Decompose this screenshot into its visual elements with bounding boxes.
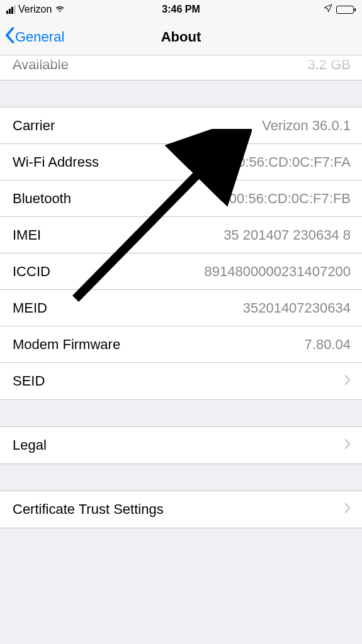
row-label: IMEI: [13, 227, 41, 243]
row-value: Verizon 36.0.1: [262, 118, 351, 134]
row-value: 7.80.04: [305, 336, 351, 353]
chevron-right-icon: [344, 501, 351, 518]
device-info-group: CarrierVerizon 36.0.1Wi-Fi Address00:56:…: [0, 107, 362, 400]
row-certificate-trust-settings[interactable]: Certificate Trust Settings: [0, 491, 362, 528]
page-title: About: [161, 29, 201, 45]
cellular-signal-icon: [6, 5, 16, 14]
row-carrier: CarrierVerizon 36.0.1: [0, 108, 362, 144]
chevron-left-icon: [4, 26, 15, 48]
row-meid: MEID35201407230634: [0, 290, 362, 326]
row-label: Certificate Trust Settings: [13, 501, 164, 518]
back-label: General: [15, 29, 64, 45]
row-available: Available 3.2 GB: [0, 55, 362, 80]
navigation-bar: General About: [0, 19, 362, 55]
row-iccid: ICCID8914800000231407200: [0, 253, 362, 290]
row-legal[interactable]: Legal: [0, 427, 362, 464]
status-bar: Verizon 3:46 PM: [0, 0, 362, 19]
row-label: MEID: [13, 300, 47, 316]
status-left: Verizon: [6, 3, 65, 16]
row-value: 35 201407 230634 8: [223, 227, 351, 243]
row-value: 00:56:CD:0C:F7:FB: [229, 191, 351, 207]
status-time: 3:46 PM: [162, 4, 200, 15]
row-label: Legal: [13, 437, 47, 453]
row-value: 00:56:CD:0C:F7:FA: [230, 154, 351, 170]
row-label: Bluetooth: [13, 191, 71, 207]
legal-group: Legal: [0, 426, 362, 464]
row-label: Modem Firmware: [13, 336, 120, 353]
location-icon: [323, 3, 333, 16]
row-bluetooth: Bluetooth00:56:CD:0C:F7:FB: [0, 180, 362, 217]
row-modem-firmware: Modem Firmware7.80.04: [0, 326, 362, 363]
content-scroll[interactable]: Available 3.2 GB CarrierVerizon 36.0.1Wi…: [0, 55, 362, 528]
row-label: Available: [13, 57, 69, 73]
row-label: Carrier: [13, 118, 55, 134]
battery-icon: [336, 6, 356, 14]
chevron-right-icon: [344, 373, 351, 389]
row-label: ICCID: [13, 264, 50, 280]
wifi-icon: [54, 3, 65, 16]
carrier-name: Verizon: [18, 4, 52, 15]
row-seid[interactable]: SEID: [0, 363, 362, 399]
back-button[interactable]: General: [0, 26, 64, 48]
row-value: 3.2 GB: [308, 57, 351, 73]
row-wi-fi-address: Wi-Fi Address00:56:CD:0C:F7:FA: [0, 144, 362, 180]
cert-group: Certificate Trust Settings: [0, 491, 362, 528]
row-imei: IMEI35 201407 230634 8: [0, 217, 362, 253]
row-value: 8914800000231407200: [205, 264, 351, 280]
row-value: 35201407230634: [243, 300, 351, 316]
row-label: SEID: [13, 373, 45, 389]
chevron-right-icon: [344, 437, 351, 453]
status-right: [323, 3, 356, 16]
row-label: Wi-Fi Address: [13, 154, 99, 170]
